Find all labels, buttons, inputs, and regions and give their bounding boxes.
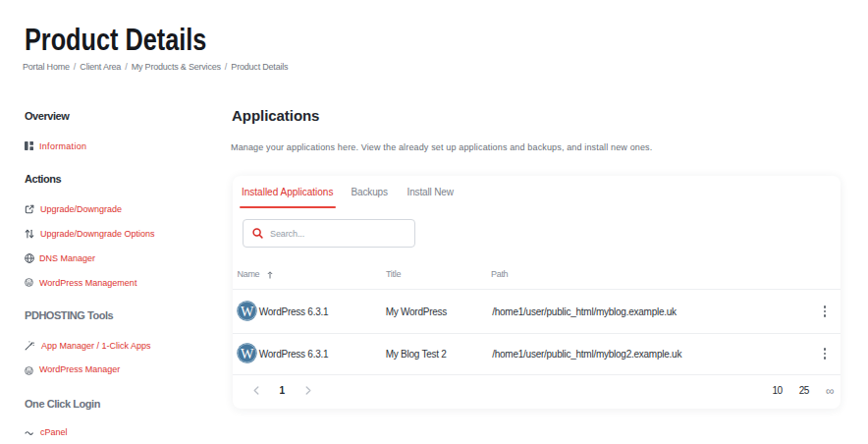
svg-text:W: W: [241, 345, 254, 361]
svg-text:W: W: [241, 304, 254, 319]
